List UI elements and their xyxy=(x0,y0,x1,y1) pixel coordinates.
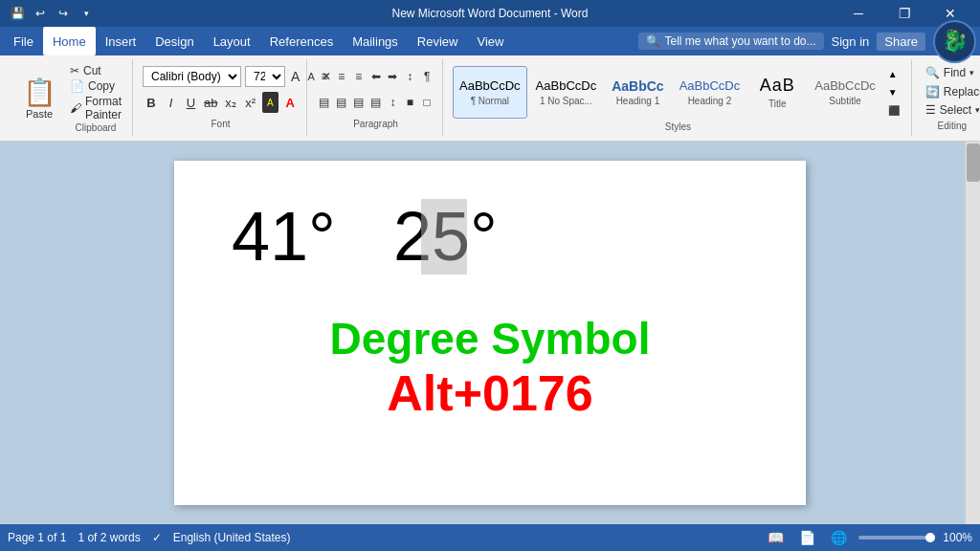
alt-code-label: Alt+0176 xyxy=(232,364,748,422)
window-title: New Microsoft Word Document - Word xyxy=(392,7,589,20)
paragraph-group: ≡ ≡ ≡ ⬅ ➡ ↕ ¶ ▤ ▤ ▤ ▤ ↕ ■ □ Paragraph xyxy=(309,59,443,136)
find-button[interactable]: 🔍 Find ▾ xyxy=(922,64,980,81)
degree-line: 41° 25° xyxy=(232,199,498,275)
show-hide-button[interactable]: ¶ xyxy=(419,66,434,87)
select-icon: ☰ xyxy=(925,103,936,117)
align-left-button[interactable]: ▤ xyxy=(317,92,332,113)
cut-icon: ✂ xyxy=(70,64,79,77)
font-row2: B I U ab x₂ x² A A xyxy=(143,92,299,113)
zoom-slider[interactable] xyxy=(858,536,935,540)
tell-me-input[interactable]: 🔍 Tell me what you want to do... xyxy=(638,33,823,50)
replace-button[interactable]: 🔄 Replace xyxy=(922,83,980,100)
cut-button[interactable]: ✂ Cut xyxy=(67,63,124,78)
style-subtitle-label: Subtitle xyxy=(829,96,860,106)
font-color-button[interactable]: A xyxy=(281,92,299,113)
style-heading2-label: Heading 2 xyxy=(688,96,732,106)
grow-font-button[interactable]: A xyxy=(289,69,301,84)
sort-button[interactable]: ↕ xyxy=(402,66,417,87)
bold-button[interactable]: B xyxy=(143,92,160,113)
paragraph-group-label: Paragraph xyxy=(317,119,434,129)
vertical-scrollbar[interactable] xyxy=(965,142,980,524)
format-painter-button[interactable]: 🖌 Format Painter xyxy=(67,94,124,122)
print-layout-button[interactable]: 📄 xyxy=(795,528,819,547)
multilevel-button[interactable]: ≡ xyxy=(351,66,367,87)
replace-icon: 🔄 xyxy=(925,85,940,99)
superscript-button[interactable]: x² xyxy=(242,92,259,113)
read-mode-button[interactable]: 📖 xyxy=(764,528,788,547)
signin-button[interactable]: Sign in xyxy=(832,34,870,49)
font-name-select[interactable]: Calibri (Body) xyxy=(143,66,241,87)
web-layout-button[interactable]: 🌐 xyxy=(827,528,851,547)
align-center-button[interactable]: ▤ xyxy=(334,92,349,113)
styles-scroll-down[interactable]: ▼ xyxy=(886,85,902,99)
menu-mailings[interactable]: Mailings xyxy=(343,27,408,55)
paragraph-row2: ▤ ▤ ▤ ▤ ↕ ■ □ xyxy=(317,92,434,113)
select-button[interactable]: ☰ Select ▾ xyxy=(922,101,980,119)
document-area: 41° 25° Degree Symbol Alt+0176 xyxy=(0,142,980,524)
menu-insert[interactable]: Insert xyxy=(96,27,146,55)
save-button[interactable]: 💾 xyxy=(8,4,27,23)
clipboard-group: 📋 Paste ✂ Cut 📄 Copy 🖌 Format Painter Cl… xyxy=(8,59,133,136)
styles-more[interactable]: ⬛ xyxy=(886,103,902,118)
style-heading1[interactable]: AaBbCc Heading 1 xyxy=(605,66,670,119)
menu-view[interactable]: View xyxy=(467,27,513,55)
style-no-spacing[interactable]: AaBbCcDc 1 No Spac... xyxy=(529,66,604,119)
style-title-label: Title xyxy=(768,99,787,109)
numbering-button[interactable]: ≡ xyxy=(334,66,349,87)
scrollbar-thumb[interactable] xyxy=(967,143,980,182)
line-spacing-button[interactable]: ↕ xyxy=(385,92,400,113)
bullets-button[interactable]: ≡ xyxy=(317,66,332,87)
tell-me-label: Tell me what you want to do... xyxy=(664,34,815,48)
copy-button[interactable]: 📄 Copy xyxy=(67,78,124,94)
copy-icon: 📄 xyxy=(70,79,84,93)
style-heading2[interactable]: AaBbCcDc Heading 2 xyxy=(673,66,747,119)
copy-label: Copy xyxy=(88,79,115,93)
styles-group: AaBbCcDc ¶ Normal AaBbCcDc 1 No Spac... … xyxy=(445,59,912,136)
quick-access-toolbar: 💾 ↩ ↪ ▾ xyxy=(8,4,96,23)
menu-file[interactable]: File xyxy=(4,27,43,55)
shading-button[interactable]: ■ xyxy=(402,92,417,113)
page-info: Page 1 of 1 xyxy=(8,531,66,544)
menu-bar: File Home Insert Design Layout Reference… xyxy=(0,27,980,55)
zoom-thumb[interactable] xyxy=(925,533,935,542)
paste-label: Paste xyxy=(26,108,53,120)
menu-review[interactable]: Review xyxy=(408,27,468,55)
redo-button[interactable]: ↪ xyxy=(54,4,73,23)
text-highlight-button[interactable]: A xyxy=(262,92,279,113)
spelling-icon[interactable]: ✓ xyxy=(152,531,162,544)
increase-indent-button[interactable]: ➡ xyxy=(385,66,400,87)
style-subtitle[interactable]: AaBbCcDc Subtitle xyxy=(808,66,882,119)
font-size-select[interactable]: 72 xyxy=(245,66,285,87)
borders-button[interactable]: □ xyxy=(419,92,434,113)
align-right-button[interactable]: ▤ xyxy=(351,92,367,113)
clipboard-group-label: Clipboard xyxy=(67,122,124,133)
menu-layout[interactable]: Layout xyxy=(204,27,260,55)
strikethrough-button[interactable]: ab xyxy=(202,92,219,113)
page[interactable]: 41° 25° Degree Symbol Alt+0176 xyxy=(174,161,806,505)
ribbon: 📋 Paste ✂ Cut 📄 Copy 🖌 Format Painter Cl… xyxy=(0,55,980,142)
justify-button[interactable]: ▤ xyxy=(368,92,384,113)
zoom-level[interactable]: 100% xyxy=(943,531,972,544)
paste-button[interactable]: 📋 Paste xyxy=(15,63,63,132)
style-normal[interactable]: AaBbCcDc ¶ Normal xyxy=(453,66,527,119)
underline-button[interactable]: U xyxy=(183,92,200,113)
styles-scroll-up[interactable]: ▲ xyxy=(886,67,902,81)
more-button[interactable]: ▾ xyxy=(77,4,96,23)
word-count: 1 of 2 words xyxy=(78,531,140,544)
styles-row: AaBbCcDc ¶ Normal AaBbCcDc 1 No Spac... … xyxy=(453,66,882,119)
italic-button[interactable]: I xyxy=(163,92,180,113)
style-heading1-label: Heading 1 xyxy=(616,96,660,106)
share-button[interactable]: Share xyxy=(877,33,925,51)
menu-references[interactable]: References xyxy=(260,27,343,55)
language-label[interactable]: English (United States) xyxy=(173,531,291,544)
style-title[interactable]: AaB Title xyxy=(748,66,806,119)
cut-label: Cut xyxy=(83,64,101,77)
undo-button[interactable]: ↩ xyxy=(31,4,50,23)
menu-design[interactable]: Design xyxy=(145,27,203,55)
subscript-button[interactable]: x₂ xyxy=(222,92,239,113)
style-normal-preview: AaBbCcDc xyxy=(459,78,521,94)
menu-home[interactable]: Home xyxy=(43,27,96,55)
style-subtitle-preview: AaBbCcDc xyxy=(814,78,876,94)
degree-41: 41° xyxy=(232,199,336,275)
decrease-indent-button[interactable]: ⬅ xyxy=(368,66,384,87)
